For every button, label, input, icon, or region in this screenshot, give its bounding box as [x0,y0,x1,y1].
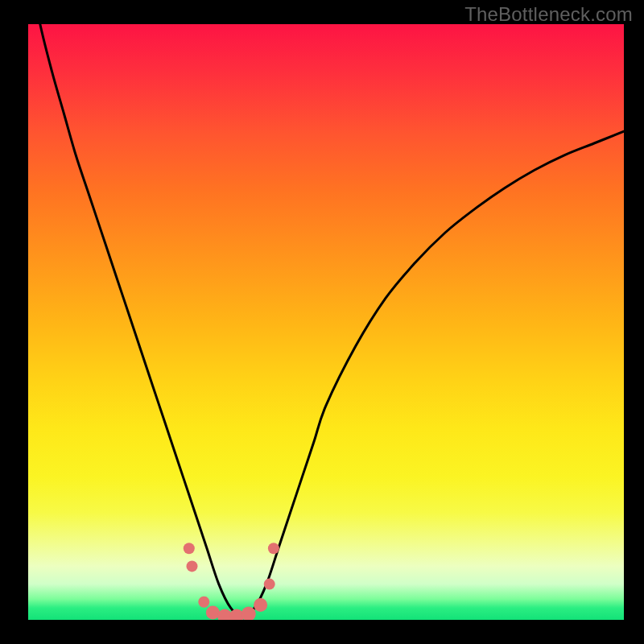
curve-marker [184,543,195,554]
curve-marker [187,560,198,572]
curve-marker [268,543,279,554]
watermark-text: TheBottleneck.com [464,3,633,26]
chart-svg [28,24,624,620]
chart-frame: TheBottleneck.com [0,0,644,644]
curve-marker [198,597,209,608]
curve-marker [254,598,267,612]
bottleneck-curve [28,24,624,617]
curve-marker [264,579,275,590]
plot-area [28,24,624,620]
